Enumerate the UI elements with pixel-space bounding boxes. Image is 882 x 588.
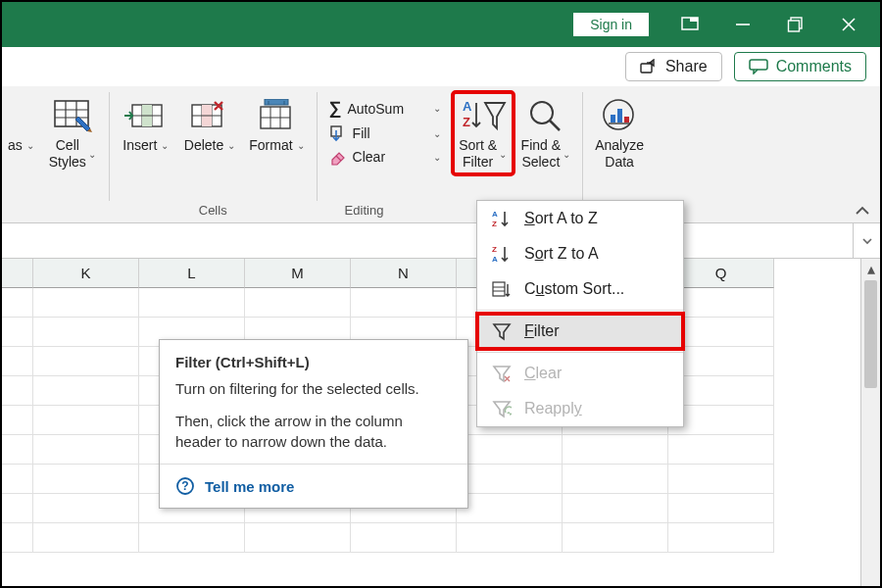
sort-filter-button[interactable]: A Z Sort & Filter ⌄ (453, 92, 514, 174)
menu-reapply: Reapply (477, 391, 683, 426)
ribbon-display-options-icon[interactable] (664, 2, 715, 47)
sort-az-icon: AZ (491, 209, 513, 228)
fill-down-icon (329, 124, 347, 142)
collab-bar: Share Comments (2, 47, 880, 86)
fill-button[interactable]: Fill ⌄ (323, 122, 447, 144)
scroll-up-icon[interactable]: ▴ (861, 259, 880, 278)
svg-rect-7 (641, 64, 652, 73)
svg-text:A: A (492, 255, 498, 264)
truncated-button[interactable]: as⌄ (2, 92, 40, 158)
vertical-scrollbar[interactable]: ▴ (860, 259, 880, 586)
help-icon: ? (175, 476, 195, 496)
svg-text:Z: Z (463, 115, 470, 129)
tooltip-title: Filter (Ctrl+Shift+L) (175, 354, 452, 370)
eraser-icon (329, 148, 347, 166)
svg-text:Z: Z (492, 245, 497, 254)
menu-label: Custom Sort... (524, 280, 624, 298)
share-label: Share (665, 58, 708, 75)
clear-label: Clear (353, 149, 385, 165)
svg-rect-40 (617, 109, 622, 122)
menu-custom-sort[interactable]: Custom Sort... (477, 271, 683, 307)
expand-formula-bar-icon[interactable] (853, 223, 880, 258)
menu-label: Clear (524, 365, 562, 382)
delete-cells-icon (188, 96, 231, 135)
svg-text:?: ? (181, 479, 188, 493)
collapse-ribbon-icon[interactable] (855, 205, 870, 217)
svg-rect-4 (789, 21, 800, 31)
sort-za-icon: ZA (491, 244, 513, 264)
funnel-icon (491, 321, 513, 341)
styles-group-truncated: as⌄ Cell Styles ⌄ (2, 86, 107, 222)
tooltip-body: Then, click the arrow in the column head… (175, 411, 452, 452)
signin-button[interactable]: Sign in (573, 13, 649, 36)
comment-icon (749, 59, 768, 74)
delete-button[interactable]: Delete⌄ (178, 92, 241, 158)
menu-clear-filter: Clear (477, 356, 683, 391)
column-header[interactable]: K (33, 259, 139, 288)
column-header[interactable]: Q (668, 259, 774, 288)
insert-button[interactable]: Insert⌄ (116, 92, 176, 158)
tell-me-more-link[interactable]: ? Tell me more (160, 464, 467, 508)
format-button[interactable]: Format⌄ (243, 92, 310, 158)
format-cells-icon (255, 96, 298, 135)
menu-sort-az[interactable]: AZ Sort A to Z (477, 201, 683, 236)
menu-label: Sort Z to A (524, 245, 599, 263)
svg-text:A: A (463, 99, 472, 114)
cells-group-label: Cells (199, 203, 227, 220)
svg-point-36 (531, 102, 553, 123)
find-select-button[interactable]: Find & Select ⌄ (515, 92, 576, 174)
scroll-thumb[interactable] (864, 280, 877, 388)
formula-bar[interactable] (2, 223, 880, 259)
svg-rect-1 (690, 18, 698, 22)
filter-tooltip: Filter (Ctrl+Shift+L) Turn on filtering … (159, 339, 468, 509)
comments-label: Comments (776, 58, 852, 75)
cell-styles-button[interactable]: Cell Styles ⌄ (42, 92, 103, 174)
cell-styles-icon (53, 96, 92, 135)
share-button[interactable]: Share (625, 52, 722, 81)
column-header[interactable]: L (139, 259, 245, 288)
autosum-label: AutoSum (347, 101, 404, 117)
titlebar: Sign in (2, 2, 880, 47)
svg-text:A: A (492, 210, 498, 219)
svg-rect-9 (750, 60, 767, 70)
column-headers: K L M N O P Q (2, 259, 880, 288)
menu-label: Sort A to Z (524, 210, 598, 227)
svg-rect-39 (611, 115, 615, 122)
menu-label: Filter (524, 322, 560, 340)
maximize-button[interactable] (770, 2, 821, 47)
tooltip-body: Turn on filtering for the selected cells… (175, 378, 452, 399)
tell-me-more-label: Tell me more (205, 478, 294, 495)
close-button[interactable] (823, 2, 874, 47)
funnel-reapply-icon (491, 399, 513, 418)
column-header[interactable]: N (351, 259, 457, 288)
editing-group-label: Editing (345, 203, 384, 220)
column-header[interactable]: M (245, 259, 351, 288)
menu-sort-za[interactable]: ZA Sort Z to A (477, 236, 683, 271)
custom-sort-icon (491, 279, 513, 299)
analyze-data-button[interactable]: Analyze Data (589, 92, 650, 174)
sort-filter-menu: AZ Sort A to Z ZA Sort Z to A Custom Sor… (476, 200, 684, 427)
svg-rect-47 (493, 282, 505, 296)
insert-cells-icon (124, 96, 168, 135)
menu-filter[interactable]: Filter (477, 314, 683, 349)
sigma-icon: ∑ (329, 98, 342, 119)
svg-text:Z: Z (492, 220, 497, 228)
svg-rect-41 (624, 117, 629, 122)
share-icon (640, 59, 658, 74)
magnifier-icon (526, 96, 565, 135)
fill-label: Fill (353, 125, 370, 141)
menu-label: Reapply (524, 400, 582, 417)
comments-button[interactable]: Comments (734, 52, 866, 81)
analyze-data-icon (599, 96, 640, 135)
sort-filter-icon: A Z (460, 96, 507, 135)
funnel-clear-icon (491, 364, 513, 383)
autosum-button[interactable]: ∑ AutoSum ⌄ (323, 96, 447, 121)
cells-group: Insert⌄ Delete⌄ Format⌄ Cells (112, 86, 315, 222)
minimize-button[interactable] (717, 2, 768, 47)
clear-button[interactable]: Clear ⌄ (323, 146, 447, 168)
ribbon-home: as⌄ Cell Styles ⌄ Insert⌄ (2, 86, 880, 223)
column-header[interactable] (2, 259, 33, 288)
svg-line-37 (550, 121, 560, 130)
